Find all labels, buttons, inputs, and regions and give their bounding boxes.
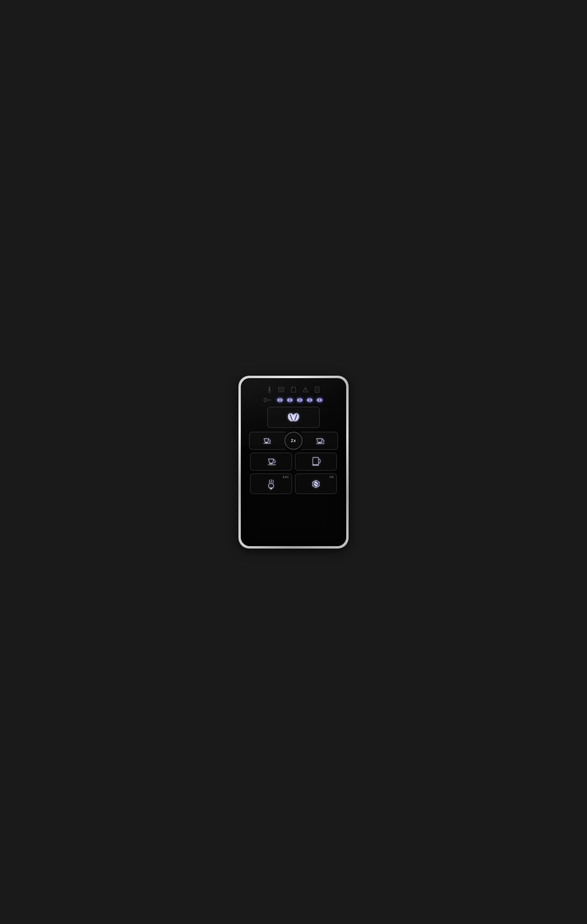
esc-label: ESC: [283, 475, 289, 478]
double-espresso-button[interactable]: [249, 432, 286, 450]
grounds-container-icon: [291, 386, 296, 393]
svg-rect-28: [313, 457, 319, 465]
middle-row: 2x: [246, 432, 341, 450]
temperature-icon: [267, 386, 272, 393]
svg-point-39: [319, 482, 320, 483]
row-3: ESC: [246, 474, 341, 494]
svg-point-37: [316, 487, 316, 488]
multiplier-button[interactable]: 2x: [284, 432, 303, 450]
strength-label: [264, 398, 271, 403]
svg-point-19: [264, 398, 266, 402]
bean-2: [286, 398, 294, 403]
bean-5: [316, 398, 323, 403]
svg-line-9: [292, 387, 293, 389]
water-tank-icon: [278, 387, 284, 393]
svg-point-41: [319, 485, 320, 487]
row-2: [246, 453, 341, 470]
svg-marker-8: [291, 387, 296, 392]
bean-4: [306, 398, 313, 403]
ok-label: OK: [329, 475, 334, 478]
lungo-button[interactable]: [295, 453, 337, 470]
bean-1: [276, 398, 284, 403]
multiplier-label: 2x: [291, 438, 296, 443]
single-espresso-button[interactable]: [301, 432, 338, 450]
svg-point-12: [305, 391, 306, 391]
control-panel: 2x: [241, 378, 346, 546]
double-bean-button[interactable]: [268, 407, 319, 428]
svg-point-40: [312, 485, 313, 487]
strength-row: [246, 398, 341, 403]
status-icons-row: [267, 386, 320, 393]
machine-panel: 2x: [241, 378, 346, 546]
machine-body: 2x: [239, 376, 348, 548]
warning-icon: [303, 387, 308, 392]
svg-point-1: [268, 391, 271, 393]
espresso-button[interactable]: [250, 453, 292, 470]
svg-point-36: [316, 480, 316, 481]
bean-3: [296, 398, 303, 403]
ok-button[interactable]: OK: [295, 474, 337, 494]
svg-point-38: [312, 482, 313, 483]
esc-button[interactable]: ESC: [250, 474, 292, 494]
filter-icon: [315, 386, 320, 393]
svg-rect-13: [315, 387, 319, 393]
